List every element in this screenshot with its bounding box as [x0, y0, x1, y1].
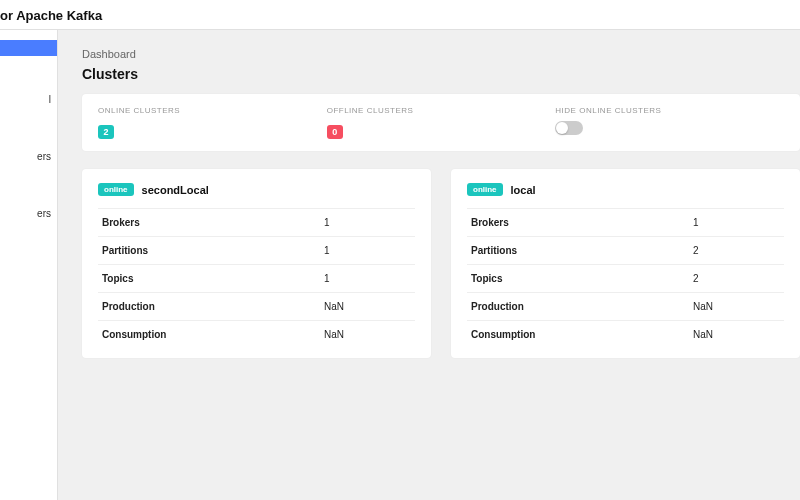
metric-key: Topics — [467, 265, 689, 293]
status-badge: online — [98, 183, 134, 196]
metric-key: Production — [98, 293, 320, 321]
table-row: Topics2 — [467, 265, 784, 293]
metric-val: 2 — [689, 265, 784, 293]
stat-label: HIDE ONLINE CLUSTERS — [555, 106, 784, 115]
sidebar-item[interactable]: l — [0, 86, 57, 113]
main-content: Dashboard Clusters ONLINE CLUSTERS 2 OFF… — [58, 30, 800, 500]
sidebar-item-label: l — [49, 94, 51, 105]
metric-key: Brokers — [98, 209, 320, 237]
metric-key: Partitions — [98, 237, 320, 265]
cluster-head: online local — [467, 183, 784, 196]
sidebar-item-label: ers — [37, 151, 51, 162]
status-badge: online — [467, 183, 503, 196]
table-row: Partitions2 — [467, 237, 784, 265]
table-row: ProductionNaN — [467, 293, 784, 321]
page-title: Clusters — [82, 66, 800, 82]
metric-val: 1 — [320, 209, 415, 237]
metric-key: Consumption — [98, 321, 320, 349]
online-count-badge: 2 — [98, 125, 114, 139]
sidebar-item[interactable]: ers — [0, 143, 57, 170]
metric-val: 2 — [689, 237, 784, 265]
stat-offline: OFFLINE CLUSTERS 0 — [327, 106, 556, 139]
metric-val: 1 — [320, 265, 415, 293]
table-row: Topics1 — [98, 265, 415, 293]
cluster-table: Brokers1 Partitions2 Topics2 ProductionN… — [467, 208, 784, 348]
app-title: or Apache Kafka — [0, 8, 102, 23]
metric-key: Consumption — [467, 321, 689, 349]
sidebar-item[interactable]: ers — [0, 200, 57, 227]
offline-count-badge: 0 — [327, 125, 343, 139]
metric-val: NaN — [320, 293, 415, 321]
metric-val: NaN — [320, 321, 415, 349]
cluster-grid: online secondLocal Brokers1 Partitions1 … — [82, 169, 800, 358]
table-row: Brokers1 — [98, 209, 415, 237]
table-row: ProductionNaN — [98, 293, 415, 321]
sidebar: l ers ers — [0, 30, 58, 500]
cluster-name: local — [511, 184, 536, 196]
toggle-knob — [556, 122, 568, 134]
topbar: or Apache Kafka — [0, 0, 800, 30]
metric-key: Partitions — [467, 237, 689, 265]
stat-hide-toggle: HIDE ONLINE CLUSTERS — [555, 106, 784, 135]
stat-online: ONLINE CLUSTERS 2 — [98, 106, 327, 139]
metric-key: Topics — [98, 265, 320, 293]
hide-online-toggle[interactable] — [555, 121, 583, 135]
cluster-card[interactable]: online secondLocal Brokers1 Partitions1 … — [82, 169, 431, 358]
cluster-name: secondLocal — [142, 184, 209, 196]
metric-val: NaN — [689, 321, 784, 349]
metric-key: Brokers — [467, 209, 689, 237]
cluster-head: online secondLocal — [98, 183, 415, 196]
layout: l ers ers Dashboard Clusters ONLINE CLUS… — [0, 30, 800, 500]
sidebar-item-label: ers — [37, 208, 51, 219]
stat-label: ONLINE CLUSTERS — [98, 106, 327, 115]
stats-bar: ONLINE CLUSTERS 2 OFFLINE CLUSTERS 0 HID… — [82, 94, 800, 151]
table-row: Partitions1 — [98, 237, 415, 265]
metric-val: NaN — [689, 293, 784, 321]
cluster-table: Brokers1 Partitions1 Topics1 ProductionN… — [98, 208, 415, 348]
cluster-card[interactable]: online local Brokers1 Partitions2 Topics… — [451, 169, 800, 358]
sidebar-item-dashboard[interactable] — [0, 40, 57, 56]
metric-val: 1 — [689, 209, 784, 237]
table-row: ConsumptionNaN — [467, 321, 784, 349]
metric-val: 1 — [320, 237, 415, 265]
stat-label: OFFLINE CLUSTERS — [327, 106, 556, 115]
metric-key: Production — [467, 293, 689, 321]
table-row: ConsumptionNaN — [98, 321, 415, 349]
table-row: Brokers1 — [467, 209, 784, 237]
breadcrumb[interactable]: Dashboard — [82, 48, 800, 60]
